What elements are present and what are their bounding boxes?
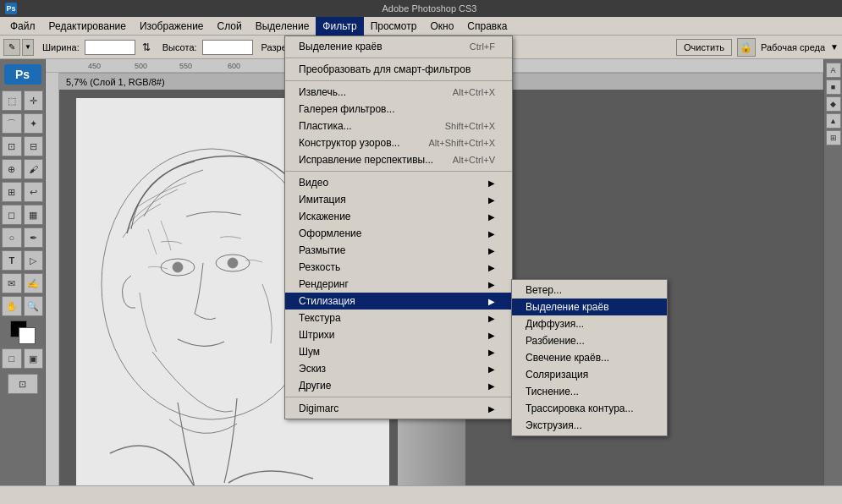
menu-help[interactable]: Справка xyxy=(460,17,514,36)
tool-standard-mode[interactable]: □ xyxy=(2,348,22,369)
filter-noise[interactable]: Шум ▶ xyxy=(285,343,512,360)
panel-btn-2[interactable]: ■ xyxy=(826,79,841,95)
workspace-dropdown-icon[interactable]: ▼ xyxy=(830,42,839,52)
filter-blur[interactable]: Размытие ▶ xyxy=(285,242,512,259)
width-arrows-icon[interactable]: ⇅ xyxy=(139,40,154,55)
tool-row-3: ⊡ ⊟ xyxy=(2,135,43,157)
tool-dodge[interactable]: ○ xyxy=(2,227,22,248)
tool-row-7: ○ ✒ xyxy=(2,227,43,249)
filter-texture-arrow: ▶ xyxy=(488,314,495,323)
tool-path[interactable]: ▷ xyxy=(24,250,44,271)
res-label: Разре xyxy=(261,42,287,52)
lock-icon[interactable]: 🔒 xyxy=(737,38,756,57)
stylize-wind[interactable]: Ветер... xyxy=(512,282,667,299)
filter-imitate[interactable]: Имитация ▶ xyxy=(285,191,512,208)
fg-bg-colors[interactable] xyxy=(10,320,36,344)
menu-select[interactable]: Выделение xyxy=(249,17,316,36)
stylize-solarize[interactable]: Соляризация xyxy=(512,366,667,383)
tool-text[interactable]: T xyxy=(2,250,22,271)
window-title: Adobe Photoshop CS3 xyxy=(22,3,837,14)
tool-lasso[interactable]: ⌒ xyxy=(2,113,22,134)
title-bar: Ps Adobe Photoshop CS3 xyxy=(0,0,842,17)
tool-screen-mode[interactable]: ⊡ xyxy=(8,374,38,394)
filter-strokes[interactable]: Штрихи ▶ xyxy=(285,326,512,343)
menu-view[interactable]: Просмотр xyxy=(364,17,424,36)
filter-extract[interactable]: Извлечь... Alt+Ctrl+X xyxy=(285,84,512,101)
filter-texture[interactable]: Текстура ▶ xyxy=(285,310,512,326)
panel-btn-4[interactable]: ▲ xyxy=(826,113,841,129)
filter-video[interactable]: Видео ▶ xyxy=(285,174,512,191)
tool-eraser[interactable]: ◻ xyxy=(2,205,22,225)
menu-image[interactable]: Изображение xyxy=(133,17,211,36)
svg-point-5 xyxy=(228,258,238,268)
clear-button[interactable]: Очистить xyxy=(676,39,732,56)
menu-window[interactable]: Окно xyxy=(423,17,460,36)
stylize-fragment[interactable]: Разбиение... xyxy=(512,332,667,349)
background-color[interactable] xyxy=(19,327,36,344)
filter-render[interactable]: Рендеринг ▶ xyxy=(285,276,512,293)
menu-filter[interactable]: Фильтр xyxy=(316,17,363,36)
tool-history[interactable]: ↩ xyxy=(24,182,44,202)
tool-row-1: ⬚ ✛ xyxy=(2,90,43,112)
tool-crop[interactable]: ⊡ xyxy=(2,136,22,156)
toolbar-dropdown-icon[interactable]: ▼ xyxy=(22,39,34,56)
svg-point-3 xyxy=(173,262,183,272)
filter-digimarc[interactable]: Digimarc ▶ xyxy=(285,400,512,417)
stylize-trace[interactable]: Трассировка контура... xyxy=(512,400,667,417)
menu-layer[interactable]: Слой xyxy=(211,17,249,36)
panel-btn-5[interactable]: ⊞ xyxy=(826,130,841,145)
tool-row-4: ⊕ 🖌 xyxy=(2,158,43,180)
filter-edge-highlight[interactable]: Выделение краёв Ctrl+F xyxy=(285,38,512,55)
stylize-diffuse[interactable]: Диффузия... xyxy=(512,315,667,332)
tool-row-9: ✉ ✍ xyxy=(2,272,43,294)
filter-distort[interactable]: Искажение ▶ xyxy=(285,208,512,225)
tool-eyedrop[interactable]: ✍ xyxy=(24,273,44,293)
filter-other[interactable]: Другие ▶ xyxy=(285,377,512,394)
tool-move[interactable]: ✛ xyxy=(24,90,44,111)
filter-design[interactable]: Оформление ▶ xyxy=(285,225,512,242)
tool-row-8: T ▷ xyxy=(2,249,43,271)
tool-row-10: ✋ 🔍 xyxy=(2,295,43,317)
filter-perspective[interactable]: Исправление перспективы... Alt+Ctrl+V xyxy=(285,151,512,168)
tool-hand[interactable]: ✋ xyxy=(2,296,22,316)
filter-pattern[interactable]: Конструктор узоров... Alt+Shift+Ctrl+X xyxy=(285,134,512,151)
tool-zoom[interactable]: 🔍 xyxy=(24,296,44,316)
tool-slice[interactable]: ⊟ xyxy=(24,136,44,156)
height-input[interactable] xyxy=(202,40,253,55)
menu-file[interactable]: Файл xyxy=(3,17,42,36)
menu-edit[interactable]: Редактирование xyxy=(42,17,133,36)
tool-gradient[interactable]: ▦ xyxy=(24,205,44,225)
tool-notes[interactable]: ✉ xyxy=(2,273,22,293)
panel-btn-3[interactable]: ◆ xyxy=(826,96,841,112)
menu-bar: Файл Редактирование Изображение Слой Выд… xyxy=(0,17,842,36)
stylize-emboss[interactable]: Тиснение... xyxy=(512,383,667,400)
filter-liquify[interactable]: Пластика... Shift+Ctrl+X xyxy=(285,118,512,134)
stylize-glow-edges[interactable]: Свечение краёв... xyxy=(512,349,667,366)
panel-btn-1[interactable]: A xyxy=(826,63,841,78)
tool-clone[interactable]: ⊞ xyxy=(2,182,22,202)
ps-logo: Ps xyxy=(4,64,41,85)
tool-heal[interactable]: ⊕ xyxy=(2,159,22,179)
filter-digimarc-arrow: ▶ xyxy=(488,404,495,414)
tool-magic-wand[interactable]: ✦ xyxy=(24,113,44,134)
tool-quick-mask[interactable]: ▣ xyxy=(24,348,44,369)
filter-sketch[interactable]: Эскиз ▶ xyxy=(285,360,512,377)
tool-pen[interactable]: ✒ xyxy=(24,227,44,248)
tool-marquee[interactable]: ⬚ xyxy=(2,90,22,111)
status-bar xyxy=(0,485,842,504)
toolbar-tool-icon[interactable]: ✎ xyxy=(3,39,20,56)
stylize-extrude[interactable]: Экструзия... xyxy=(512,417,667,434)
tool-row-6: ◻ ▦ xyxy=(2,204,43,226)
tool-brush[interactable]: 🖌 xyxy=(24,159,44,179)
filter-strokes-arrow: ▶ xyxy=(488,331,495,340)
right-panel: A ■ ◆ ▲ ⊞ xyxy=(823,59,842,485)
width-input[interactable] xyxy=(85,40,135,55)
stylize-edge-find[interactable]: Выделение краёв xyxy=(512,299,667,315)
filter-sharpen-arrow: ▶ xyxy=(488,263,495,272)
filter-gallery[interactable]: Галерея фильтров... xyxy=(285,101,512,118)
tool-row-mode: □ ▣ xyxy=(2,348,43,370)
filter-sharpen[interactable]: Резкость ▶ xyxy=(285,259,512,276)
filter-smart[interactable]: Преобразовать для смарт-фильтров xyxy=(285,61,512,78)
filter-stylize[interactable]: Стилизация ▶ xyxy=(285,293,512,310)
height-label: Высота: xyxy=(162,42,197,52)
